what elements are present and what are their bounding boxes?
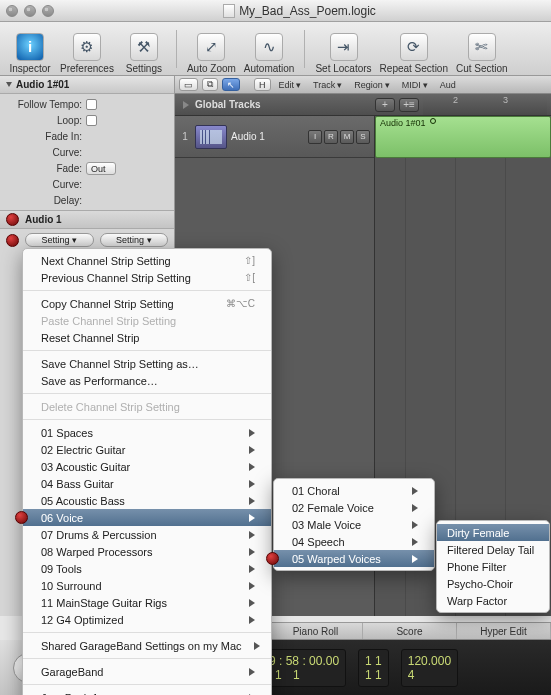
preferences-button[interactable]: ⚙Preferences bbox=[56, 24, 118, 74]
highlight-dot-icon bbox=[266, 552, 279, 565]
main-toolbar: iInspector ⚙Preferences ⚒Settings ⤢Auto … bbox=[0, 22, 551, 76]
window-title: My_Bad_Ass_Poem.logic bbox=[54, 4, 545, 18]
window-titlebar: My_Bad_Ass_Poem.logic bbox=[0, 0, 551, 22]
window-title-text: My_Bad_Ass_Poem.logic bbox=[239, 4, 376, 18]
tool-button-1[interactable]: ▭ bbox=[179, 78, 198, 91]
track-number: 1 bbox=[179, 131, 191, 142]
add-track-dup-button[interactable]: +≡ bbox=[399, 98, 419, 112]
inspector-button[interactable]: iInspector bbox=[4, 24, 56, 74]
region-params-header[interactable]: Audio 1#01 bbox=[0, 76, 174, 94]
track-menu[interactable]: Track ▾ bbox=[309, 80, 346, 90]
submenu-warped-voices[interactable]: 05 Warped Voices bbox=[274, 550, 434, 567]
menu-shared-gb[interactable]: Shared GarageBand Settings on my Mac bbox=[23, 637, 271, 654]
fade-label: Fade: bbox=[6, 163, 86, 174]
channel-strip-settings-menu: Next Channel Strip Setting⇧] Previous Ch… bbox=[22, 248, 272, 695]
autozoom-button[interactable]: ⤢Auto Zoom bbox=[183, 24, 240, 74]
preset-filtered-delay-tail[interactable]: Filtered Delay Tail bbox=[437, 541, 549, 558]
preset-phone-filter[interactable]: Phone Filter bbox=[437, 558, 549, 575]
menu-copy-setting[interactable]: Copy Channel Strip Setting⌘⌥C bbox=[23, 295, 271, 312]
h-button[interactable]: H bbox=[254, 78, 271, 91]
record-enable-button[interactable]: R bbox=[324, 130, 338, 144]
menu-preset-02[interactable]: 02 Electric Guitar bbox=[23, 441, 271, 458]
follow-tempo-label: Follow Tempo: bbox=[6, 99, 86, 110]
menu-preset-06-voice[interactable]: 06 Voice bbox=[23, 509, 271, 526]
menu-preset-07[interactable]: 07 Drums & Percussion bbox=[23, 526, 271, 543]
record-enable-dot-icon bbox=[6, 213, 19, 226]
preset-psycho-choir[interactable]: Psycho-Choir bbox=[437, 575, 549, 592]
tempo-lcd[interactable]: 120.000 4 bbox=[401, 649, 458, 687]
menu-preset-05[interactable]: 05 Acoustic Bass bbox=[23, 492, 271, 509]
add-track-button[interactable]: + bbox=[375, 98, 395, 112]
tool-button-2[interactable]: ⧉ bbox=[202, 78, 218, 91]
score-tab[interactable]: Score bbox=[363, 623, 457, 639]
curve2-label: Curve: bbox=[6, 179, 86, 190]
setting-button-right[interactable]: Setting ▾ bbox=[100, 233, 169, 247]
bar-ruler[interactable]: 2 3 4 bbox=[423, 94, 547, 115]
setlocators-button[interactable]: ⇥Set Locators bbox=[311, 24, 375, 74]
menu-preset-10[interactable]: 10 Surround bbox=[23, 577, 271, 594]
menu-delete-setting: Delete Channel Strip Setting bbox=[23, 398, 271, 415]
automation-button[interactable]: ∿Automation bbox=[240, 24, 299, 74]
document-icon bbox=[223, 4, 235, 18]
global-tracks-label: Global Tracks bbox=[195, 99, 261, 110]
record-dot-icon bbox=[6, 234, 19, 247]
menu-preset-09[interactable]: 09 Tools bbox=[23, 560, 271, 577]
menu-preset-11[interactable]: 11 MainStage Guitar Rigs bbox=[23, 594, 271, 611]
input-monitor-button[interactable]: I bbox=[308, 130, 322, 144]
menu-preset-03[interactable]: 03 Acoustic Guitar bbox=[23, 458, 271, 475]
submenu-choral[interactable]: 01 Choral bbox=[274, 482, 434, 499]
menu-save-performance[interactable]: Save as Performance… bbox=[23, 372, 271, 389]
minimize-window-button[interactable] bbox=[24, 5, 36, 17]
global-tracks-row: Global Tracks + +≡ 2 3 4 bbox=[175, 94, 551, 116]
disclosure-triangle-icon[interactable] bbox=[183, 101, 189, 109]
region-name-label: Audio 1#01 bbox=[16, 79, 69, 90]
menu-preset-04[interactable]: 04 Bass Guitar bbox=[23, 475, 271, 492]
disclosure-triangle-icon bbox=[6, 82, 12, 87]
menu-reset-strip[interactable]: Reset Channel Strip bbox=[23, 329, 271, 346]
menu-preset-12[interactable]: 12 G4 Optimized bbox=[23, 611, 271, 628]
locator-lcd[interactable]: 1 1 1 1 bbox=[358, 649, 389, 687]
audio-region[interactable]: Audio 1#01 bbox=[375, 116, 551, 158]
warped-voices-submenu: Dirty Female Filtered Delay Tail Phone F… bbox=[436, 520, 550, 613]
submenu-speech[interactable]: 04 Speech bbox=[274, 533, 434, 550]
highlight-dot-icon bbox=[15, 511, 28, 524]
audio-track-icon bbox=[195, 125, 227, 149]
menu-preset-01[interactable]: 01 Spaces bbox=[23, 424, 271, 441]
menu-next-setting[interactable]: Next Channel Strip Setting⇧] bbox=[23, 252, 271, 269]
curve1-label: Curve: bbox=[6, 147, 86, 158]
hyper-editor-tab[interactable]: Hyper Edit bbox=[457, 623, 551, 639]
solo-button[interactable]: S bbox=[356, 130, 370, 144]
preset-warp-factor[interactable]: Warp Factor bbox=[437, 592, 549, 609]
menu-jampack1[interactable]: Jam Pack 1 bbox=[23, 689, 271, 695]
submenu-female-voice[interactable]: 02 Female Voice bbox=[274, 499, 434, 516]
midi-menu[interactable]: MIDI ▾ bbox=[398, 80, 432, 90]
menu-garageband[interactable]: GarageBand bbox=[23, 663, 271, 680]
repeat-section-button[interactable]: ⟳Repeat Section bbox=[376, 24, 452, 74]
tool-button-pointer[interactable]: ↖ bbox=[222, 78, 240, 91]
audio-menu[interactable]: Aud bbox=[436, 80, 460, 90]
menu-preset-08[interactable]: 08 Warped Processors bbox=[23, 543, 271, 560]
fade-popup[interactable]: Out bbox=[86, 162, 116, 175]
region-menu[interactable]: Region ▾ bbox=[350, 80, 394, 90]
track-header[interactable]: 1 Audio 1 I R M S bbox=[175, 116, 374, 158]
preset-dirty-female[interactable]: Dirty Female bbox=[437, 524, 549, 541]
track-params-header[interactable]: Audio 1 bbox=[0, 210, 174, 229]
edit-menu[interactable]: Edit ▾ bbox=[275, 80, 306, 90]
piano-roll-tab[interactable]: Piano Roll bbox=[269, 623, 363, 639]
submenu-male-voice[interactable]: 03 Male Voice bbox=[274, 516, 434, 533]
delay-label: Delay: bbox=[6, 195, 86, 206]
mute-button[interactable]: M bbox=[340, 130, 354, 144]
zoom-window-button[interactable] bbox=[42, 5, 54, 17]
cut-section-button[interactable]: ✄Cut Section bbox=[452, 24, 512, 74]
setting-button-left[interactable]: Setting ▾ bbox=[25, 233, 94, 247]
loop-icon bbox=[430, 118, 436, 124]
menu-prev-setting[interactable]: Previous Channel Strip Setting⇧[ bbox=[23, 269, 271, 286]
close-window-button[interactable] bbox=[6, 5, 18, 17]
menu-save-as[interactable]: Save Channel Strip Setting as… bbox=[23, 355, 271, 372]
follow-tempo-checkbox[interactable] bbox=[86, 99, 97, 110]
voice-submenu: 01 Choral 02 Female Voice 03 Male Voice … bbox=[273, 478, 435, 571]
menu-paste-setting: Paste Channel Strip Setting bbox=[23, 312, 271, 329]
loop-label: Loop: bbox=[6, 115, 86, 126]
settings-button[interactable]: ⚒Settings bbox=[118, 24, 170, 74]
loop-checkbox[interactable] bbox=[86, 115, 97, 126]
